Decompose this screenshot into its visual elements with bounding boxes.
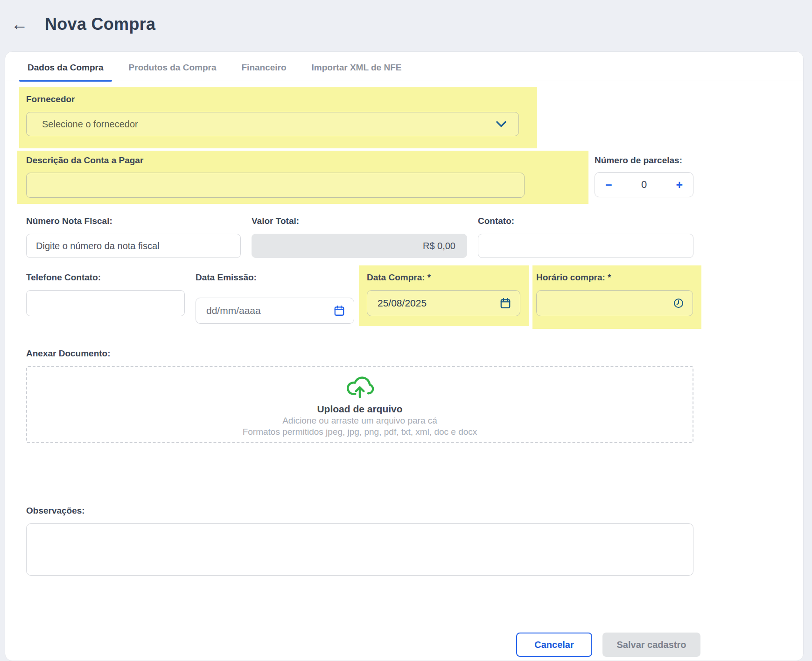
- fornecedor-label: Fornecedor: [26, 94, 537, 104]
- calendar-icon[interactable]: [499, 297, 511, 309]
- data-compra-label: Data Compra: *: [367, 272, 520, 283]
- numero-parcelas-label: Número de parcelas:: [595, 155, 693, 166]
- valor-total-input: [252, 234, 467, 258]
- calendar-icon[interactable]: [333, 305, 345, 317]
- tab-bar: Dados da Compra Produtos da Compra Finan…: [5, 52, 803, 81]
- page-title: Nova Compra: [45, 14, 155, 34]
- tab-produtos-da-compra[interactable]: Produtos da Compra: [120, 52, 225, 81]
- contato-input[interactable]: [478, 234, 693, 258]
- upload-title: Upload de arquivo: [317, 404, 402, 415]
- form-card: Dados da Compra Produtos da Compra Finan…: [5, 51, 804, 661]
- nf-valor-contato-row: Número Nota Fiscal: Valor Total: Contato…: [26, 216, 803, 258]
- increment-button[interactable]: +: [676, 179, 683, 191]
- data-compra-highlight-block: Data Compra: * 25/08/2025: [359, 265, 529, 326]
- observacoes-label: Observações:: [26, 506, 803, 516]
- contato-group: Contato:: [478, 216, 693, 258]
- valor-total-label: Valor Total:: [252, 216, 467, 226]
- cancel-button[interactable]: Cancelar: [516, 633, 592, 657]
- clock-icon[interactable]: [673, 298, 684, 309]
- nota-fiscal-input[interactable]: [26, 234, 241, 258]
- data-emissao-label: Data Emissão:: [196, 272, 354, 283]
- fornecedor-highlight-block: Fornecedor Selecione o fornecedor: [19, 87, 537, 148]
- upload-hint: Adicione ou arraste um arquivo para cá: [282, 416, 437, 426]
- data-emissao-placeholder: dd/mm/aaaa: [206, 305, 261, 316]
- data-compra-input[interactable]: 25/08/2025: [367, 290, 520, 316]
- descricao-parcelas-row: Descrição da Conta a Pagar Número de par…: [5, 151, 803, 204]
- page-header: ← Nova Compra: [0, 0, 812, 41]
- decrement-button[interactable]: −: [605, 179, 612, 191]
- horario-compra-input[interactable]: [536, 290, 693, 316]
- upload-formats: Formatos permitidos jpeg, jpg, png, pdf,…: [243, 427, 477, 437]
- upload-dropzone[interactable]: Upload de arquivo Adicione ou arraste um…: [26, 366, 693, 443]
- nota-fiscal-group: Número Nota Fiscal:: [26, 216, 241, 258]
- cloud-upload-icon: [345, 373, 374, 400]
- descricao-highlight-block: Descrição da Conta a Pagar: [17, 151, 588, 204]
- valor-total-group: Valor Total:: [252, 216, 467, 258]
- fornecedor-select[interactable]: Selecione o fornecedor: [26, 112, 519, 136]
- anexar-documento-section: Anexar Documento: Upload de arquivo Adic…: [26, 348, 803, 443]
- nota-fiscal-label: Número Nota Fiscal:: [26, 216, 241, 226]
- descricao-conta-label: Descrição da Conta a Pagar: [26, 155, 588, 166]
- telefone-input[interactable]: [26, 290, 185, 316]
- save-button[interactable]: Salvar cadastro: [602, 633, 700, 657]
- quantity-stepper: − 0 +: [595, 172, 693, 197]
- back-arrow-icon[interactable]: ←: [11, 16, 28, 33]
- descricao-conta-input[interactable]: [26, 173, 525, 198]
- contato-label: Contato:: [478, 216, 693, 226]
- datas-row: Telefone Contato: Data Emissão: dd/mm/aa…: [26, 265, 803, 329]
- data-compra-value: 25/08/2025: [378, 298, 427, 309]
- fornecedor-select-value: Selecione o fornecedor: [42, 119, 138, 130]
- numero-parcelas-group: Número de parcelas: − 0 +: [595, 151, 693, 197]
- form-actions: Cancelar Salvar cadastro: [5, 633, 700, 657]
- telefone-label: Telefone Contato:: [26, 272, 185, 283]
- data-emissao-group: Data Emissão: dd/mm/aaaa: [196, 272, 354, 324]
- tab-importar-xml[interactable]: Importar XML de NFE: [303, 52, 410, 81]
- observacoes-section: Observações:: [26, 506, 803, 578]
- telefone-group: Telefone Contato:: [26, 272, 185, 316]
- chevron-down-icon: [496, 121, 506, 127]
- observacoes-textarea[interactable]: [26, 523, 693, 576]
- horario-compra-highlight-block: Horário compra: *: [532, 265, 701, 329]
- horario-compra-label: Horário compra: *: [536, 272, 693, 283]
- parcelas-value: 0: [641, 179, 647, 191]
- tab-dados-da-compra[interactable]: Dados da Compra: [19, 52, 112, 81]
- data-emissao-input[interactable]: dd/mm/aaaa: [196, 298, 354, 324]
- anexar-documento-label: Anexar Documento:: [26, 348, 803, 359]
- tab-financeiro[interactable]: Financeiro: [233, 52, 295, 81]
